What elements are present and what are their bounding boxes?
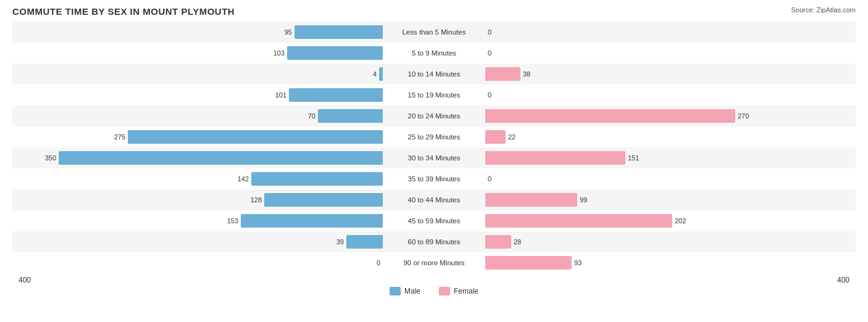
- male-bar: [59, 151, 383, 165]
- bar-label: 15 to 19 Minutes: [383, 91, 485, 99]
- female-value: 270: [738, 112, 749, 120]
- bar-label: 35 to 39 Minutes: [383, 175, 485, 183]
- left-section: 39: [12, 231, 383, 252]
- left-section: 103: [12, 43, 383, 64]
- bar-row: 10115 to 19 Minutes0: [12, 85, 856, 105]
- female-value: 0: [488, 175, 491, 183]
- right-section: 202: [485, 210, 856, 231]
- bars-area: 95Less than 5 Minutes01035 to 9 Minutes0…: [12, 22, 856, 273]
- legend-female: Female: [439, 287, 478, 295]
- male-value: 0: [377, 259, 380, 266]
- bar-row: 7020 to 24 Minutes270: [12, 105, 856, 126]
- female-value: 28: [514, 238, 521, 246]
- left-section: 95: [12, 22, 383, 43]
- bar-label: 40 to 44 Minutes: [383, 196, 485, 204]
- left-section: 128: [12, 189, 383, 210]
- bar-label: 10 to 14 Minutes: [383, 70, 485, 78]
- legend-male: Male: [390, 287, 420, 295]
- left-section: 70: [12, 105, 383, 126]
- bar-label: 20 to 24 Minutes: [383, 112, 485, 120]
- axis-row: 400 400: [12, 276, 856, 284]
- bar-row: 27525 to 29 Minutes22: [12, 126, 856, 147]
- male-value: 275: [114, 133, 125, 141]
- bar-row: 15345 to 59 Minutes202: [12, 210, 856, 231]
- female-bar: [485, 214, 672, 228]
- female-bar: [485, 235, 511, 249]
- female-label: Female: [454, 287, 478, 295]
- source-label: Source: ZipAtlas.com: [791, 6, 856, 14]
- bar-row: 090 or more Minutes93: [12, 252, 856, 273]
- right-section: 93: [485, 252, 856, 273]
- male-value: 142: [238, 175, 249, 183]
- right-section: 99: [485, 189, 856, 210]
- left-section: 153: [12, 210, 383, 231]
- male-value: 39: [336, 238, 344, 246]
- male-bar: [318, 109, 383, 123]
- female-bar: [485, 109, 735, 123]
- bar-label: 45 to 59 Minutes: [383, 217, 485, 225]
- chart-title: COMMUTE TIME BY SEX IN MOUNT PLYMOUTH: [12, 6, 856, 17]
- female-value: 99: [580, 196, 587, 204]
- left-section: 101: [12, 85, 383, 105]
- chart-container: COMMUTE TIME BY SEX IN MOUNT PLYMOUTH So…: [0, 0, 868, 322]
- male-bar: [241, 214, 383, 228]
- male-value: 128: [251, 196, 262, 204]
- bar-row: 410 to 14 Minutes38: [12, 64, 856, 85]
- right-section: 0: [485, 85, 856, 105]
- male-value: 4: [373, 70, 377, 78]
- male-bar: [128, 130, 383, 144]
- male-value: 350: [45, 154, 56, 162]
- left-section: 350: [12, 147, 383, 168]
- male-value: 101: [275, 91, 286, 99]
- right-section: 22: [485, 126, 856, 147]
- male-label: Male: [404, 287, 420, 295]
- female-bar: [485, 151, 625, 165]
- bar-row: 14235 to 39 Minutes0: [12, 168, 856, 189]
- female-bar: [485, 67, 520, 81]
- female-value: 0: [488, 28, 491, 36]
- male-value: 153: [227, 217, 238, 225]
- bar-row: 35030 to 34 Minutes151: [12, 147, 856, 168]
- bar-row: 95Less than 5 Minutes0: [12, 22, 856, 43]
- right-section: 0: [485, 22, 856, 43]
- female-swatch: [439, 287, 450, 295]
- bar-label: 60 to 89 Minutes: [383, 238, 485, 246]
- male-bar: [251, 172, 383, 186]
- bar-row: 3960 to 89 Minutes28: [12, 231, 856, 252]
- male-bar: [294, 25, 383, 39]
- female-value: 22: [508, 133, 515, 141]
- bar-label: 5 to 9 Minutes: [383, 49, 485, 57]
- axis-left-label: 400: [19, 276, 31, 284]
- male-value: 103: [273, 49, 285, 57]
- right-section: 0: [485, 43, 856, 64]
- bar-label: 30 to 34 Minutes: [383, 154, 485, 162]
- female-value: 38: [523, 70, 530, 78]
- bar-label: 90 or more Minutes: [383, 259, 485, 266]
- bar-row: 12840 to 44 Minutes99: [12, 189, 856, 210]
- male-value: 70: [308, 112, 315, 120]
- right-section: 0: [485, 168, 856, 189]
- male-bar: [287, 46, 383, 60]
- right-section: 28: [485, 231, 856, 252]
- bar-row: 1035 to 9 Minutes0: [12, 43, 856, 64]
- right-section: 151: [485, 147, 856, 168]
- female-value: 0: [488, 49, 491, 57]
- male-bar: [289, 88, 383, 102]
- female-value: 93: [574, 259, 582, 266]
- female-value: 202: [675, 217, 686, 225]
- left-section: 142: [12, 168, 383, 189]
- left-section: 0: [12, 252, 383, 273]
- male-value: 95: [285, 28, 292, 36]
- bar-label: Less than 5 Minutes: [383, 28, 485, 36]
- bar-label: 25 to 29 Minutes: [383, 133, 485, 141]
- female-value: 0: [488, 91, 491, 99]
- female-bar: [485, 130, 506, 144]
- female-bar: [485, 193, 577, 207]
- axis-right-label: 400: [837, 276, 849, 284]
- left-section: 4: [12, 64, 383, 85]
- female-value: 151: [628, 154, 639, 162]
- right-section: 38: [485, 64, 856, 85]
- right-section: 270: [485, 105, 856, 126]
- male-bar: [346, 235, 383, 249]
- male-swatch: [390, 287, 401, 295]
